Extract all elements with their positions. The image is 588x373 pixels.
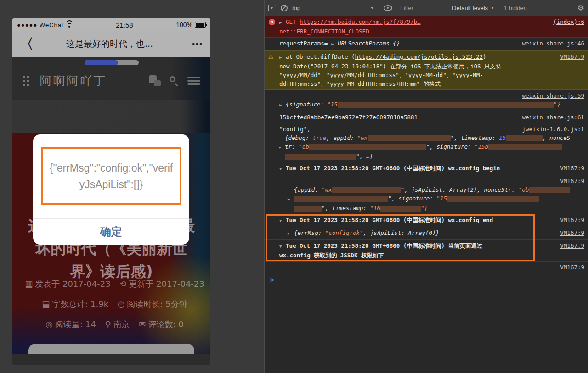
dialog-ok-button[interactable]: 确定 — [33, 218, 189, 245]
views-eye-icon: ◎ — [45, 319, 53, 329]
redaction-box — [309, 144, 426, 150]
annotation-box-dialog-message: {"errMsg":"config:ok","verif yJsApiList"… — [41, 147, 181, 205]
hamburger-menu-icon[interactable] — [187, 77, 200, 85]
collapse-triangle-icon[interactable]: ▼ — [279, 242, 284, 251]
console-row-collapsed-entry: VM167:9 — [265, 262, 588, 273]
phone-area: ●●●●● WeChat 21:58 100% 〈 这是最好的时代，也... •… — [0, 0, 264, 373]
carrier-label: ●●●●● WeChat — [17, 22, 64, 28]
redaction-box — [380, 206, 421, 212]
page-title: 这是最好的时代，也... — [38, 38, 181, 50]
source-link[interactable]: VM167:9 — [560, 52, 584, 61]
console-toolbar: ▶ top ▼ Default levels ▼ 1 hidden ⚙ — [265, 0, 588, 16]
battery-icon — [195, 22, 206, 28]
error-detail: net::ERR_CONNECTION_CLOSED — [279, 27, 584, 36]
redaction-box — [332, 187, 401, 193]
console-row-date-warning: ⚠ VM167:9 ▶at Object.diffDate (https://4… — [265, 50, 588, 90]
console-prompt-row[interactable]: > — [265, 273, 588, 284]
clock-icon: ◷ — [118, 299, 125, 309]
expand-triangle-icon[interactable]: ▶ — [279, 18, 284, 27]
expand-triangle-icon[interactable]: ▶ — [279, 101, 284, 110]
phone-status-bar: ●●●●● WeChat 21:58 100% — [12, 18, 210, 31]
source-link[interactable]: weixin share.js:61 — [522, 113, 584, 122]
webpage-dimmed: 阿啊阿吖丁 这是最好的时代，也是最 坏的时代（《美丽新世 界》读后感) ▦发表于… — [12, 57, 210, 354]
log-levels-dropdown[interactable]: Default levels ▼ — [452, 5, 494, 11]
console-filter-input[interactable] — [397, 3, 447, 13]
redaction-box — [285, 154, 356, 160]
site-title: 阿啊阿吖丁 — [40, 73, 141, 89]
status-time: 21:58 — [73, 21, 176, 29]
source-link[interactable]: VM167:9 — [560, 228, 584, 237]
redaction-box — [294, 196, 388, 202]
console-row-request-params: weixin share.js:46 requestParams= ▶URLSe… — [265, 38, 588, 50]
console-row-wx-config-begin: VM167:9 ▼Tue Oct 17 2023 21:58:20 GMT+08… — [265, 162, 588, 175]
collapse-triangle-icon[interactable]: ▼ — [279, 217, 284, 225]
article-meta-length: ▤字数总计: 1.9k ◷阅读时长: 5分钟 — [12, 299, 210, 310]
back-button[interactable]: 〈 — [20, 35, 38, 54]
dimmed-menu-block — [12, 100, 210, 133]
expand-triangle-icon[interactable]: ▶ — [288, 229, 292, 238]
word-doc-icon: ▤ — [42, 299, 50, 309]
expand-triangle-icon[interactable]: ▶ — [331, 40, 336, 49]
source-link[interactable]: weixin share.js:59 — [522, 92, 584, 99]
wechat-phone-screenshot: ●●●●● WeChat 21:58 100% 〈 这是最好的时代，也... •… — [12, 18, 210, 365]
dialog-message: {"errMsg":"config:ok","verif yJsApiList"… — [47, 160, 175, 193]
wifi-icon — [66, 22, 73, 28]
site-header: 阿啊阿吖丁 — [12, 68, 210, 93]
screen: ●●●●● WeChat 21:58 100% 〈 这是最好的时代，也... •… — [0, 0, 588, 373]
console-sidebar-icon[interactable]: ▶ — [268, 5, 276, 11]
redaction-box — [294, 206, 322, 212]
redaction-box — [529, 187, 570, 193]
console-settings-gear-icon[interactable]: ⚙ — [577, 3, 584, 12]
clear-console-icon[interactable] — [281, 5, 288, 11]
source-link[interactable]: VM167:9 — [560, 241, 584, 250]
wechat-bottom-toolbar — [28, 344, 194, 354]
console-row-jssdk-permissions: VM167:9 ▼Tue Oct 17 2023 21:58:20 GMT+08… — [265, 240, 588, 262]
history-icon: ⟲ — [119, 279, 126, 289]
article-meta-dates: ▦发表于 2017-04-23 ⟲更新于 2017-04-23 — [12, 278, 210, 289]
source-link[interactable]: VM167:9 — [560, 264, 584, 271]
apps-grid-icon[interactable] — [23, 76, 29, 86]
redaction-box — [506, 135, 543, 141]
collapse-triangle-icon[interactable]: ▼ — [279, 165, 284, 173]
source-link[interactable]: (index):6 — [553, 17, 584, 26]
source-link[interactable]: VM167:9 — [560, 216, 584, 224]
dice-icon[interactable] — [149, 75, 161, 86]
console-row-wx-config-object: jweixin-1.6.0.js:1 "config", {debug: tru… — [265, 123, 588, 162]
console-row-config-params-object: VM167:9 {appId: "wx", jsApiList: Array(2… — [265, 175, 588, 214]
warning-icon: ⚠ — [268, 52, 274, 61]
calendar-icon: ▦ — [25, 279, 33, 289]
console-row-errmsg-config-ok: VM167:9 ▶{errMsg: "config:ok", jsApiList… — [265, 227, 588, 240]
wechat-alert-dialog: {"errMsg":"config:ok","verif yJsApiList"… — [33, 134, 189, 245]
more-menu-button[interactable]: ••• — [181, 39, 203, 49]
devtools-console-panel: ▶ top ▼ Default levels ▼ 1 hidden ⚙ × (i… — [264, 0, 588, 373]
wechat-nav-bar: 〈 这是最好的时代，也... ••• — [12, 31, 210, 57]
chevron-down-icon: ▼ — [491, 6, 494, 10]
error-icon: × — [269, 19, 275, 25]
console-prompt-chevron[interactable]: > — [270, 276, 274, 284]
console-row-signature-hash: weixin share.js:61 15bcffed8abbe7ee9ba97… — [265, 111, 588, 123]
annotated-console-rows: VM167:9 ▼Tue Oct 17 2023 21:58:20 GMT+08… — [265, 214, 588, 262]
article-meta-stats: ◎阅读量: 14 ⚲南京 ✉评论数: 0 — [12, 319, 210, 330]
source-link[interactable]: VM167:9 — [560, 164, 584, 173]
request-url-link[interactable]: https://hm.baidu.com/hm.js?f78797b… — [300, 18, 420, 25]
source-link[interactable]: VM167:9 — [560, 178, 584, 184]
source-link[interactable]: weixin share.js:46 — [522, 39, 584, 48]
location-pin-icon: ⚲ — [105, 319, 111, 329]
expand-triangle-icon[interactable]: ▶ — [279, 53, 284, 62]
redaction-box — [488, 144, 562, 150]
console-row-wx-config-end: VM167:9 ▼Tue Oct 17 2023 21:58:20 GMT+08… — [265, 214, 588, 227]
page-load-progress — [85, 60, 139, 65]
expand-triangle-icon[interactable]: ▶ — [288, 195, 292, 204]
expand-triangle-icon[interactable]: ▶ — [279, 143, 283, 152]
chevron-down-icon: ▼ — [370, 6, 374, 10]
redaction-box — [447, 196, 539, 202]
redaction-box — [368, 135, 451, 141]
source-link[interactable]: jweixin-1.6.0.js:1 — [522, 125, 584, 134]
battery-percent: 100% — [176, 21, 192, 28]
search-icon[interactable] — [169, 76, 179, 86]
live-expression-eye-icon[interactable] — [384, 5, 392, 11]
comments-icon: ✉ — [139, 319, 146, 329]
execution-context-selector[interactable]: top ▼ — [292, 5, 374, 11]
stack-url-link[interactable]: https://4ading.com/js/utils.js:523:22 — [355, 53, 483, 60]
console-row-network-error: × (index):6 ▶GET https://hm.baidu.com/hm… — [265, 16, 588, 38]
